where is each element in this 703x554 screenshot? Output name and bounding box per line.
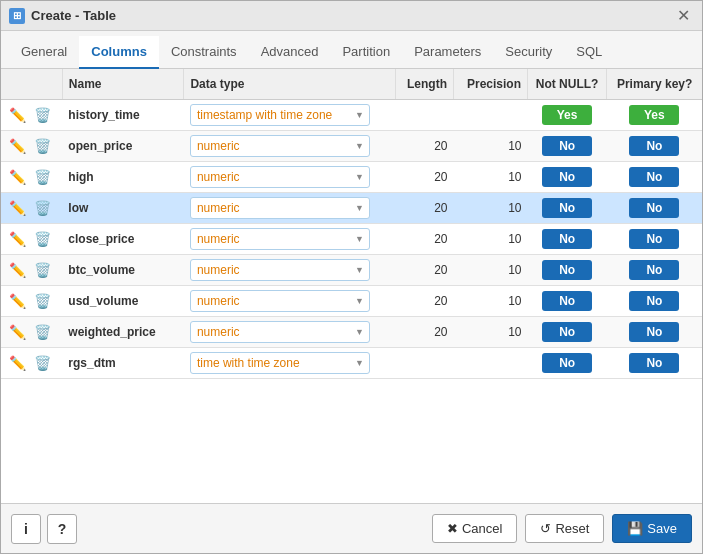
row-actions-cell: ✏️ 🗑️	[1, 317, 62, 348]
primary-key-toggle[interactable]: No	[629, 322, 679, 342]
row-primarykey-cell: No	[607, 286, 702, 317]
col-header-datatype: Data type	[184, 69, 395, 100]
reset-button[interactable]: ↺ Reset	[525, 514, 604, 543]
row-actions-cell: ✏️ 🗑️	[1, 131, 62, 162]
row-actions-cell: ✏️ 🗑️	[1, 286, 62, 317]
row-actions-cell: ✏️ 🗑️	[1, 224, 62, 255]
table-row: ✏️ 🗑️ high numeric 2010NoNo	[1, 162, 702, 193]
datatype-select[interactable]: numeric	[190, 166, 370, 188]
edit-row-button[interactable]: ✏️	[7, 167, 28, 187]
edit-row-button[interactable]: ✏️	[7, 136, 28, 156]
table-row: ✏️ 🗑️ btc_volume numeric 2010NoNo	[1, 255, 702, 286]
delete-row-button[interactable]: 🗑️	[32, 136, 53, 156]
datatype-select[interactable]: timestamp with time zone	[190, 104, 370, 126]
datatype-select[interactable]: numeric	[190, 259, 370, 281]
row-length-cell	[395, 348, 453, 379]
table-row: ✏️ 🗑️ close_price numeric 2010NoNo	[1, 224, 702, 255]
delete-row-button[interactable]: 🗑️	[32, 353, 53, 373]
row-notnull-cell: No	[527, 224, 606, 255]
tab-partition[interactable]: Partition	[330, 36, 402, 69]
titlebar: ⊞ Create - Table ✕	[1, 1, 702, 31]
row-notnull-cell: No	[527, 131, 606, 162]
reset-icon: ↺	[540, 521, 551, 536]
row-datatype-cell: numeric	[184, 193, 395, 224]
delete-row-button[interactable]: 🗑️	[32, 198, 53, 218]
edit-row-button[interactable]: ✏️	[7, 198, 28, 218]
row-name-cell: close_price	[62, 224, 184, 255]
delete-row-button[interactable]: 🗑️	[32, 167, 53, 187]
edit-row-button[interactable]: ✏️	[7, 322, 28, 342]
close-button[interactable]: ✕	[673, 6, 694, 25]
delete-row-button[interactable]: 🗑️	[32, 260, 53, 280]
row-precision-cell	[453, 348, 527, 379]
primary-key-toggle[interactable]: No	[629, 260, 679, 280]
not-null-toggle[interactable]: No	[542, 198, 592, 218]
edit-row-button[interactable]: ✏️	[7, 229, 28, 249]
delete-row-button[interactable]: 🗑️	[32, 322, 53, 342]
not-null-toggle[interactable]: No	[542, 291, 592, 311]
datatype-select[interactable]: numeric	[190, 321, 370, 343]
row-length-cell: 20	[395, 317, 453, 348]
datatype-select[interactable]: numeric	[190, 228, 370, 250]
not-null-toggle[interactable]: No	[542, 353, 592, 373]
row-datatype-cell: time with time zone	[184, 348, 395, 379]
delete-row-button[interactable]: 🗑️	[32, 291, 53, 311]
edit-row-button[interactable]: ✏️	[7, 105, 28, 125]
footer-right-actions: ✖ Cancel ↺ Reset 💾 Save	[432, 514, 692, 543]
tab-parameters[interactable]: Parameters	[402, 36, 493, 69]
row-actions: ✏️ 🗑️	[7, 260, 56, 280]
row-notnull-cell: Yes	[527, 100, 606, 131]
delete-row-button[interactable]: 🗑️	[32, 105, 53, 125]
primary-key-toggle[interactable]: No	[629, 198, 679, 218]
not-null-toggle[interactable]: No	[542, 260, 592, 280]
tab-constraints[interactable]: Constraints	[159, 36, 249, 69]
row-notnull-cell: No	[527, 193, 606, 224]
table-row: ✏️ 🗑️ rgs_dtm time with time zone NoNo	[1, 348, 702, 379]
tab-security[interactable]: Security	[493, 36, 564, 69]
datatype-select[interactable]: numeric	[190, 135, 370, 157]
not-null-toggle[interactable]: Yes	[542, 105, 592, 125]
primary-key-toggle[interactable]: Yes	[629, 105, 679, 125]
not-null-toggle[interactable]: No	[542, 229, 592, 249]
not-null-toggle[interactable]: No	[542, 136, 592, 156]
primary-key-toggle[interactable]: No	[629, 291, 679, 311]
not-null-toggle[interactable]: No	[542, 322, 592, 342]
datatype-select[interactable]: numeric	[190, 290, 370, 312]
row-notnull-cell: No	[527, 348, 606, 379]
datatype-wrapper: numeric	[190, 135, 370, 157]
datatype-select[interactable]: numeric	[190, 197, 370, 219]
tab-sql[interactable]: SQL	[564, 36, 614, 69]
primary-key-toggle[interactable]: No	[629, 136, 679, 156]
row-datatype-cell: numeric	[184, 317, 395, 348]
primary-key-toggle[interactable]: No	[629, 229, 679, 249]
save-button[interactable]: 💾 Save	[612, 514, 692, 543]
row-datatype-cell: numeric	[184, 286, 395, 317]
info-button[interactable]: i	[11, 514, 41, 544]
tab-advanced[interactable]: Advanced	[249, 36, 331, 69]
col-header-length: Length	[395, 69, 453, 100]
delete-row-button[interactable]: 🗑️	[32, 229, 53, 249]
row-precision-cell: 10	[453, 255, 527, 286]
edit-row-button[interactable]: ✏️	[7, 260, 28, 280]
row-actions: ✏️ 🗑️	[7, 353, 56, 373]
row-actions: ✏️ 🗑️	[7, 136, 56, 156]
edit-row-button[interactable]: ✏️	[7, 291, 28, 311]
row-name-cell: history_time	[62, 100, 184, 131]
datatype-select[interactable]: time with time zone	[190, 352, 370, 374]
row-actions: ✏️ 🗑️	[7, 198, 56, 218]
row-actions-cell: ✏️ 🗑️	[1, 255, 62, 286]
help-button[interactable]: ?	[47, 514, 77, 544]
tab-general[interactable]: General	[9, 36, 79, 69]
table-header-row: Name Data type Length Precision Not NULL…	[1, 69, 702, 100]
edit-row-button[interactable]: ✏️	[7, 353, 28, 373]
row-actions: ✏️ 🗑️	[7, 167, 56, 187]
primary-key-toggle[interactable]: No	[629, 167, 679, 187]
row-primarykey-cell: No	[607, 193, 702, 224]
cancel-button[interactable]: ✖ Cancel	[432, 514, 517, 543]
tab-columns[interactable]: Columns	[79, 36, 159, 69]
main-content: Name Data type Length Precision Not NULL…	[1, 69, 702, 553]
row-length-cell: 20	[395, 193, 453, 224]
not-null-toggle[interactable]: No	[542, 167, 592, 187]
window-icon: ⊞	[9, 8, 25, 24]
primary-key-toggle[interactable]: No	[629, 353, 679, 373]
